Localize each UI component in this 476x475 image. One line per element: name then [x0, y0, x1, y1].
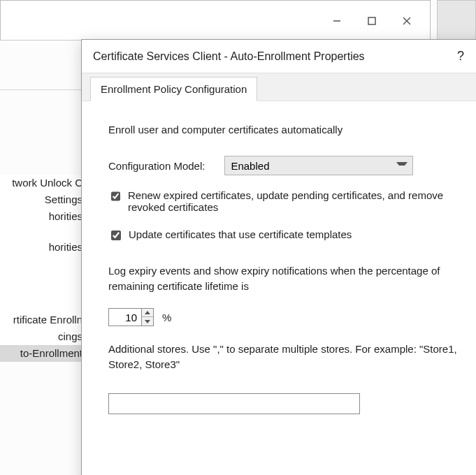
- background-tree-item[interactable]: to-Enrollment: [0, 345, 82, 362]
- maximize-icon[interactable]: [364, 13, 380, 29]
- background-tree: twork Unlock CSettingshoritieshoritiesrt…: [0, 175, 82, 362]
- help-button[interactable]: ?: [447, 49, 475, 64]
- dialog-title: Certificate Services Client - Auto-Enrol…: [93, 50, 447, 63]
- minimize-icon[interactable]: [329, 13, 345, 29]
- background-toolbar-divider: [0, 89, 81, 90]
- update-templates-label: Update certificates that use certificate…: [129, 228, 352, 240]
- background-tree-item[interactable]: rtificate Enrolln: [0, 312, 82, 328]
- config-model-select[interactable]: Not ConfiguredEnabledDisabled: [224, 156, 413, 175]
- renew-expired-label: Renew expired certificates, update pendi…: [128, 189, 465, 213]
- intro-text: Enroll user and computer certificates au…: [108, 122, 465, 138]
- background-tree-item[interactable]: horities: [0, 239, 82, 256]
- background-tree-item: [0, 225, 82, 239]
- background-tree-item[interactable]: cings: [0, 328, 82, 345]
- spinner-up-button[interactable]: [142, 309, 153, 317]
- expiry-percentage-spinner: [108, 308, 154, 326]
- spinner-down-button[interactable]: [142, 317, 153, 326]
- background-window: [0, 0, 431, 41]
- additional-stores-text: Additional stores. Use "," to separate m…: [108, 342, 465, 372]
- renew-expired-checkbox[interactable]: [111, 191, 120, 201]
- background-tree-item[interactable]: Settings: [0, 191, 82, 208]
- expiry-percentage-input[interactable]: [109, 309, 141, 326]
- additional-stores-input[interactable]: [108, 393, 360, 414]
- auto-enrollment-dialog: Certificate Services Client - Auto-Enrol…: [81, 39, 476, 475]
- background-tree-item: [0, 284, 82, 298]
- background-tree-item: [0, 256, 82, 270]
- expiry-percentage-suffix: %: [162, 312, 171, 323]
- background-tree-item[interactable]: twork Unlock C: [0, 175, 82, 191]
- close-icon[interactable]: [399, 13, 414, 29]
- svg-marker-6: [145, 311, 150, 314]
- background-tree-item: [0, 270, 82, 284]
- svg-marker-7: [145, 320, 150, 323]
- update-templates-checkbox[interactable]: [111, 231, 121, 240]
- background-tree-item[interactable]: horities: [0, 208, 82, 225]
- background-right-strip-top: [437, 0, 476, 41]
- dialog-titlebar: Certificate Services Client - Auto-Enrol…: [82, 40, 476, 73]
- tabstrip: Enrollment Policy Configuration: [82, 73, 476, 101]
- svg-rect-1: [368, 17, 375, 24]
- tab-enrollment-policy-configuration[interactable]: Enrollment Policy Configuration: [90, 77, 257, 101]
- expiry-text: Log expiry events and show expiry notifi…: [108, 263, 465, 294]
- config-model-label: Configuration Model:: [108, 160, 205, 172]
- background-tree-item: [0, 298, 82, 312]
